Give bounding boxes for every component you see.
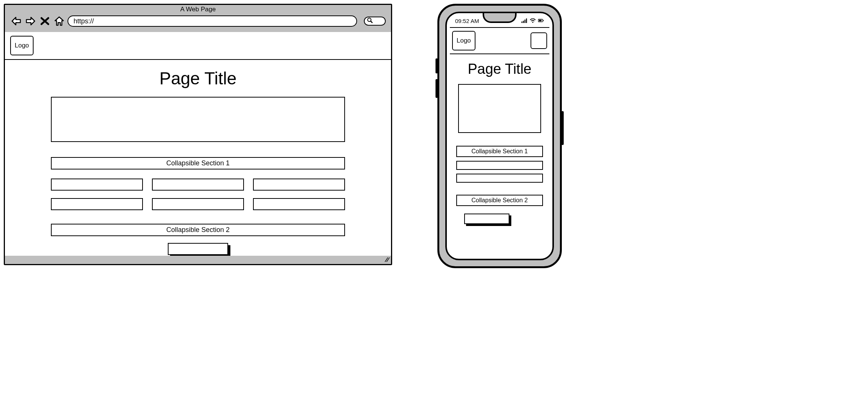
svg-rect-9 [539, 20, 541, 21]
grid-item[interactable] [51, 198, 143, 210]
collapsible-section-2[interactable]: Collapsible Section 2 [456, 195, 543, 206]
menu-button[interactable] [531, 32, 547, 49]
url-bar[interactable]: https:// [67, 15, 357, 27]
collapsible-section-2[interactable]: Collapsible Section 2 [51, 224, 345, 236]
phone-volume-down-button[interactable] [436, 79, 438, 98]
page-title: Page Title [159, 68, 237, 89]
svg-rect-3 [523, 21, 524, 23]
phone-power-button[interactable] [561, 111, 564, 145]
grid-item[interactable] [253, 179, 345, 191]
phone-page-header: Logo [450, 27, 549, 54]
svg-rect-5 [526, 18, 527, 23]
logo[interactable]: Logo [10, 36, 34, 55]
url-text: https:// [74, 17, 94, 25]
content-grid [51, 179, 345, 210]
stop-icon[interactable] [39, 15, 51, 27]
browser-titlebar: A Web Page [5, 5, 391, 13]
search-icon [367, 17, 373, 25]
phone-notch [483, 12, 517, 23]
phone-screen: 09:52 AM Logo Page Title [445, 12, 554, 260]
list-item[interactable] [456, 174, 543, 183]
page-body: Page Title Collapsible Section 1 Collaps… [5, 60, 391, 256]
grid-item[interactable] [253, 198, 345, 210]
svg-point-6 [532, 21, 533, 23]
browser-window: A Web Page https:// Logo Page Title [4, 4, 392, 265]
battery-icon [538, 18, 544, 24]
logo-label: Logo [457, 37, 471, 44]
page-title: Page Title [468, 61, 532, 77]
wifi-icon [530, 18, 536, 24]
page-header: Logo [5, 32, 391, 60]
hero-placeholder [458, 84, 541, 133]
svg-line-1 [371, 21, 372, 23]
logo-label: Logo [15, 42, 29, 49]
svg-rect-2 [521, 21, 523, 23]
window-title: A Web Page [180, 6, 216, 13]
status-time: 09:52 AM [455, 18, 479, 24]
status-icons [521, 18, 544, 24]
collapsible-1-label: Collapsible Section 1 [471, 148, 528, 154]
collapsible-section-1[interactable]: Collapsible Section 1 [456, 146, 543, 157]
collapsible-2-label: Collapsible Section 2 [471, 197, 528, 203]
collapsible-section-1[interactable]: Collapsible Section 1 [51, 157, 345, 169]
grid-item[interactable] [152, 179, 244, 191]
hero-placeholder [51, 97, 345, 142]
home-icon[interactable] [53, 15, 65, 27]
grid-item[interactable] [51, 179, 143, 191]
forward-arrow-icon[interactable] [25, 15, 37, 27]
phone-volume-up-button[interactable] [436, 58, 438, 73]
primary-button[interactable] [464, 214, 509, 224]
phone-frame: 09:52 AM Logo Page Title [437, 4, 562, 268]
collapsible-2-label: Collapsible Section 2 [166, 226, 230, 234]
resize-grip-icon[interactable]: // [385, 256, 390, 263]
svg-rect-8 [543, 20, 544, 21]
browser-statusbar: // [5, 256, 391, 264]
logo[interactable]: Logo [452, 31, 475, 50]
primary-button[interactable] [168, 243, 228, 255]
phone-page-body: Page Title Collapsible Section 1 Collaps… [447, 54, 552, 224]
svg-rect-4 [524, 20, 526, 23]
list-item[interactable] [456, 161, 543, 170]
collapsible-1-label: Collapsible Section 1 [166, 159, 230, 167]
back-arrow-icon[interactable] [10, 15, 22, 27]
grid-item[interactable] [152, 198, 244, 210]
search-pill[interactable] [364, 17, 386, 26]
browser-toolbar: https:// [5, 13, 391, 32]
signal-icon [521, 18, 528, 24]
